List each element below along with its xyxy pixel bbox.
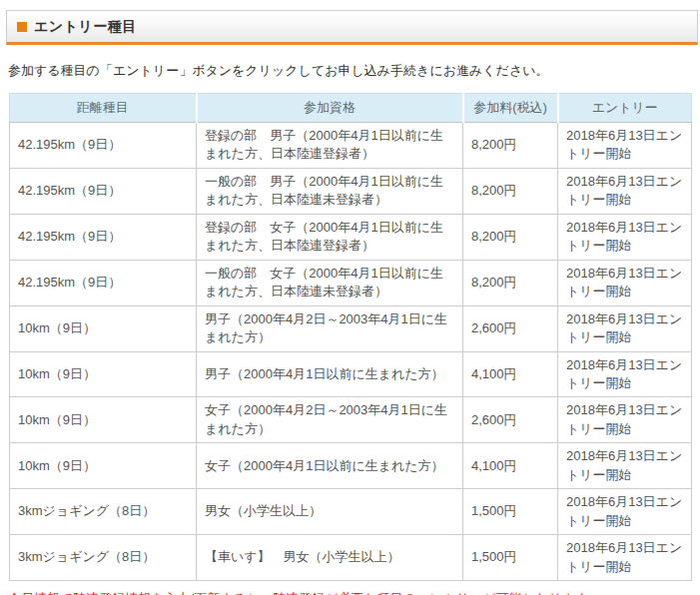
entry-date-cell: 2018年6月13日エントリー開始 [558,489,692,535]
table-row: 3kmジョギング（8日） 【車いす】 男女（小学生以上） 1,500円 2018… [10,535,692,581]
fee-cell: 4,100円 [463,443,558,489]
entry-date-cell: 2018年6月13日エントリー開始 [558,305,692,351]
distance-cell: 10km（9日） [10,443,197,489]
entry-date-cell: 2018年6月13日エントリー開始 [558,351,692,397]
entry-category-table: 距離種目 参加資格 参加料(税込) エントリー 42.195km（9日） 登録の… [9,93,692,581]
distance-cell: 10km（9日） [10,351,197,397]
entry-date-cell: 2018年6月13日エントリー開始 [558,168,692,214]
fee-cell: 1,500円 [463,535,558,581]
entry-date-cell: 2018年6月13日エントリー開始 [558,260,692,305]
table-row: 10km（9日） 男子（2000年4月2日～2003年4月1日に生まれた方） 2… [10,305,692,351]
table-header-row: 距離種目 参加資格 参加料(税込) エントリー [10,94,692,123]
qualification-cell: 女子（2000年4月2日～2003年4月1日に生まれた方） [197,397,463,443]
entry-date-cell: 2018年6月13日エントリー開始 [558,443,692,489]
distance-cell: 42.195km（9日） [10,168,197,214]
distance-cell: 10km（9日） [10,305,197,351]
distance-cell: 10km（9日） [10,397,197,443]
fee-cell: 8,200円 [463,214,558,260]
fee-cell: 2,600円 [463,305,558,351]
table-row: 42.195km（9日） 登録の部 女子（2000年4月1日以前に生まれた方、日… [10,214,692,260]
fee-cell: 2,600円 [463,397,558,443]
fee-cell: 1,500円 [463,489,558,535]
entry-date-cell: 2018年6月13日エントリー開始 [558,397,692,443]
qualification-cell: 一般の部 女子（2000年4月1日以前に生まれた方、日本陸連未登録者） [197,260,463,305]
column-header-fee: 参加料(税込) [463,94,558,123]
table-row: 42.195km（9日） 一般の部 男子（2000年4月1日以前に生まれた方、日… [10,168,692,214]
distance-cell: 42.195km（9日） [10,123,197,169]
column-header-distance: 距離種目 [10,94,197,123]
qualification-cell: 女子（2000年4月1日以前に生まれた方） [197,443,463,489]
entry-date-cell: 2018年6月13日エントリー開始 [558,214,692,260]
qualification-cell: 男女（小学生以上） [197,489,463,535]
qualification-cell: 登録の部 女子（2000年4月1日以前に生まれた方、日本陸連登録者） [197,214,463,260]
distance-cell: 3kmジョギング（8日） [10,489,197,535]
table-row: 42.195km（9日） 登録の部 男子（2000年4月1日以前に生まれた方、日… [10,123,692,169]
membership-note-text: 会員情報で陸連登録情報を入力/更新すると、陸連登録が必要な種目のエントリーが可能… [8,590,698,595]
column-header-entry: エントリー [558,94,692,123]
entry-category-page: エントリー種目 参加する種目の「エントリー」ボタンをクリックしてお申し込み手続き… [0,0,700,595]
column-header-qualification: 参加資格 [197,94,463,123]
fee-cell: 4,100円 [463,351,558,397]
qualification-cell: 登録の部 男子（2000年4月1日以前に生まれた方、日本陸連登録者） [197,123,463,169]
entry-date-cell: 2018年6月13日エントリー開始 [558,535,692,581]
table-row: 10km（9日） 女子（2000年4月1日以前に生まれた方） 4,100円 20… [10,443,692,489]
distance-cell: 42.195km（9日） [10,260,197,305]
fee-cell: 8,200円 [463,168,558,214]
entry-date-cell: 2018年6月13日エントリー開始 [558,123,692,169]
qualification-cell: 男子（2000年4月2日～2003年4月1日に生まれた方） [197,305,463,351]
entry-table-body: 42.195km（9日） 登録の部 男子（2000年4月1日以前に生まれた方、日… [10,123,692,581]
qualification-cell: 【車いす】 男女（小学生以上） [197,535,463,581]
qualification-cell: 男子（2000年4月1日以前に生まれた方） [197,351,463,397]
orange-square-bullet-icon [17,22,27,32]
table-row: 3kmジョギング（8日） 男女（小学生以上） 1,500円 2018年6月13日… [10,489,692,535]
table-row: 42.195km（9日） 一般の部 女子（2000年4月1日以前に生まれた方、日… [10,260,692,305]
instruction-text: 参加する種目の「エントリー」ボタンをクリックしてお申し込み手続きにお進みください… [8,62,698,80]
section-heading-bar: エントリー種目 [6,10,698,45]
distance-cell: 42.195km（9日） [10,214,197,260]
distance-cell: 3kmジョギング（8日） [10,535,197,581]
page-title: エントリー種目 [34,18,137,36]
table-row: 10km（9日） 女子（2000年4月2日～2003年4月1日に生まれた方） 2… [10,397,692,443]
qualification-cell: 一般の部 男子（2000年4月1日以前に生まれた方、日本陸連未登録者） [197,168,463,214]
table-row: 10km（9日） 男子（2000年4月1日以前に生まれた方） 4,100円 20… [10,351,692,397]
fee-cell: 8,200円 [463,123,558,169]
fee-cell: 8,200円 [463,260,558,305]
